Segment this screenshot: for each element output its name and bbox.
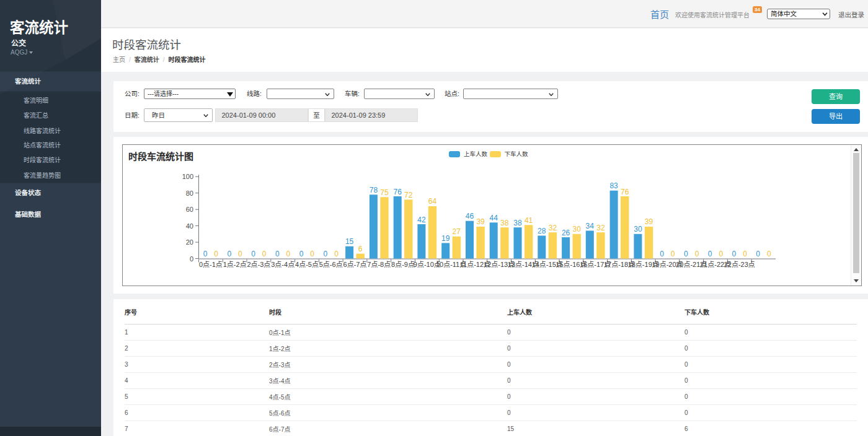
svg-text:0: 0 (695, 250, 699, 258)
svg-text:46: 46 (466, 212, 474, 220)
svg-text:0: 0 (251, 250, 255, 258)
svg-text:0: 0 (334, 250, 339, 258)
svg-text:100: 100 (182, 173, 193, 180)
svg-text:0: 0 (286, 250, 291, 258)
svg-text:75: 75 (380, 188, 389, 197)
svg-text:30: 30 (634, 225, 642, 233)
svg-text:42: 42 (417, 216, 426, 224)
svg-text:38: 38 (513, 219, 522, 227)
svg-text:76: 76 (394, 188, 402, 196)
svg-text:1点-2点: 1点-2点 (223, 261, 247, 268)
svg-text:30: 30 (573, 225, 582, 233)
svg-text:0: 0 (708, 250, 712, 258)
svg-text:40: 40 (186, 222, 193, 230)
svg-text:0: 0 (275, 250, 280, 258)
svg-text:5点-6点: 5点-6点 (319, 261, 343, 268)
svg-text:32: 32 (596, 224, 605, 232)
svg-text:0: 0 (324, 250, 328, 258)
svg-text:38: 38 (500, 219, 509, 227)
svg-text:0: 0 (743, 250, 747, 258)
svg-text:39: 39 (476, 217, 485, 226)
svg-text:7点-8点: 7点-8点 (367, 261, 391, 268)
svg-text:64: 64 (428, 197, 437, 206)
svg-text:19: 19 (441, 234, 450, 243)
svg-text:60: 60 (186, 206, 193, 213)
svg-text:0: 0 (732, 250, 737, 258)
svg-text:0: 0 (310, 250, 314, 258)
svg-text:0: 0 (214, 250, 218, 258)
svg-text:41: 41 (525, 216, 533, 225)
svg-text:26: 26 (562, 229, 570, 237)
svg-text:72: 72 (404, 191, 413, 199)
svg-text:0: 0 (660, 250, 664, 258)
svg-text:0: 0 (671, 250, 675, 258)
svg-text:0: 0 (238, 250, 242, 258)
svg-text:34: 34 (586, 222, 595, 230)
svg-text:0: 0 (262, 250, 267, 258)
svg-text:27: 27 (453, 227, 461, 236)
svg-text:0: 0 (203, 250, 208, 258)
svg-text:78: 78 (370, 186, 378, 194)
svg-text:0: 0 (684, 250, 688, 258)
svg-text:2点-3点: 2点-3点 (247, 261, 270, 268)
svg-text:6点-7点: 6点-7点 (343, 261, 367, 268)
svg-text:3点-4点: 3点-4点 (271, 261, 294, 268)
svg-text:15: 15 (345, 237, 354, 246)
svg-text:20: 20 (186, 238, 193, 246)
svg-text:0: 0 (767, 250, 771, 258)
svg-text:44: 44 (490, 214, 498, 222)
svg-text:32: 32 (549, 224, 557, 232)
svg-text:28: 28 (538, 227, 546, 235)
svg-text:0点-1点: 0点-1点 (199, 261, 223, 268)
svg-text:8点-9点: 8点-9点 (391, 261, 415, 268)
svg-text:0: 0 (719, 250, 723, 258)
svg-text:22点-23点: 22点-23点 (724, 261, 755, 268)
svg-text:39: 39 (645, 217, 653, 226)
svg-text:0: 0 (299, 250, 304, 258)
svg-text:0: 0 (190, 255, 193, 263)
svg-text:83: 83 (609, 181, 618, 190)
svg-text:80: 80 (186, 190, 193, 197)
svg-text:0: 0 (756, 250, 760, 258)
svg-text:0: 0 (227, 250, 231, 258)
svg-text:76: 76 (621, 188, 629, 196)
svg-text:4点-5点: 4点-5点 (295, 261, 319, 268)
svg-text:6: 6 (358, 245, 363, 253)
